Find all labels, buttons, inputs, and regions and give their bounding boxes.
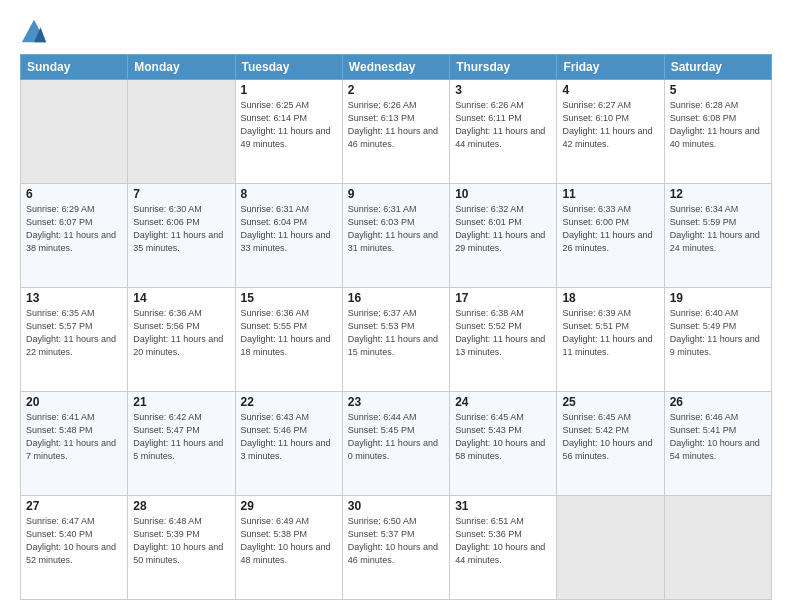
calendar-cell: 19Sunrise: 6:40 AM Sunset: 5:49 PM Dayli… bbox=[664, 288, 771, 392]
day-number: 10 bbox=[455, 187, 551, 201]
day-number: 3 bbox=[455, 83, 551, 97]
calendar-cell: 3Sunrise: 6:26 AM Sunset: 6:11 PM Daylig… bbox=[450, 80, 557, 184]
day-info: Sunrise: 6:27 AM Sunset: 6:10 PM Dayligh… bbox=[562, 99, 658, 151]
day-info: Sunrise: 6:43 AM Sunset: 5:46 PM Dayligh… bbox=[241, 411, 337, 463]
calendar-day-header: Wednesday bbox=[342, 55, 449, 80]
day-info: Sunrise: 6:41 AM Sunset: 5:48 PM Dayligh… bbox=[26, 411, 122, 463]
calendar-table: SundayMondayTuesdayWednesdayThursdayFrid… bbox=[20, 54, 772, 600]
calendar-day-header: Monday bbox=[128, 55, 235, 80]
day-number: 5 bbox=[670, 83, 766, 97]
day-info: Sunrise: 6:48 AM Sunset: 5:39 PM Dayligh… bbox=[133, 515, 229, 567]
day-number: 8 bbox=[241, 187, 337, 201]
calendar-week-row: 1Sunrise: 6:25 AM Sunset: 6:14 PM Daylig… bbox=[21, 80, 772, 184]
calendar-week-row: 27Sunrise: 6:47 AM Sunset: 5:40 PM Dayli… bbox=[21, 496, 772, 600]
calendar-cell: 9Sunrise: 6:31 AM Sunset: 6:03 PM Daylig… bbox=[342, 184, 449, 288]
day-info: Sunrise: 6:31 AM Sunset: 6:03 PM Dayligh… bbox=[348, 203, 444, 255]
calendar-cell: 25Sunrise: 6:45 AM Sunset: 5:42 PM Dayli… bbox=[557, 392, 664, 496]
calendar-cell: 23Sunrise: 6:44 AM Sunset: 5:45 PM Dayli… bbox=[342, 392, 449, 496]
day-number: 11 bbox=[562, 187, 658, 201]
day-info: Sunrise: 6:44 AM Sunset: 5:45 PM Dayligh… bbox=[348, 411, 444, 463]
calendar-day-header: Sunday bbox=[21, 55, 128, 80]
day-number: 28 bbox=[133, 499, 229, 513]
calendar-cell bbox=[664, 496, 771, 600]
calendar-cell: 21Sunrise: 6:42 AM Sunset: 5:47 PM Dayli… bbox=[128, 392, 235, 496]
calendar-cell: 5Sunrise: 6:28 AM Sunset: 6:08 PM Daylig… bbox=[664, 80, 771, 184]
day-info: Sunrise: 6:26 AM Sunset: 6:11 PM Dayligh… bbox=[455, 99, 551, 151]
day-info: Sunrise: 6:47 AM Sunset: 5:40 PM Dayligh… bbox=[26, 515, 122, 567]
day-info: Sunrise: 6:28 AM Sunset: 6:08 PM Dayligh… bbox=[670, 99, 766, 151]
day-number: 12 bbox=[670, 187, 766, 201]
day-info: Sunrise: 6:32 AM Sunset: 6:01 PM Dayligh… bbox=[455, 203, 551, 255]
calendar-week-row: 20Sunrise: 6:41 AM Sunset: 5:48 PM Dayli… bbox=[21, 392, 772, 496]
day-number: 14 bbox=[133, 291, 229, 305]
day-number: 15 bbox=[241, 291, 337, 305]
calendar-cell: 1Sunrise: 6:25 AM Sunset: 6:14 PM Daylig… bbox=[235, 80, 342, 184]
calendar-cell: 17Sunrise: 6:38 AM Sunset: 5:52 PM Dayli… bbox=[450, 288, 557, 392]
day-info: Sunrise: 6:34 AM Sunset: 5:59 PM Dayligh… bbox=[670, 203, 766, 255]
calendar-cell: 8Sunrise: 6:31 AM Sunset: 6:04 PM Daylig… bbox=[235, 184, 342, 288]
day-number: 31 bbox=[455, 499, 551, 513]
day-info: Sunrise: 6:25 AM Sunset: 6:14 PM Dayligh… bbox=[241, 99, 337, 151]
day-info: Sunrise: 6:49 AM Sunset: 5:38 PM Dayligh… bbox=[241, 515, 337, 567]
day-info: Sunrise: 6:38 AM Sunset: 5:52 PM Dayligh… bbox=[455, 307, 551, 359]
day-number: 9 bbox=[348, 187, 444, 201]
calendar-cell: 29Sunrise: 6:49 AM Sunset: 5:38 PM Dayli… bbox=[235, 496, 342, 600]
calendar-cell: 2Sunrise: 6:26 AM Sunset: 6:13 PM Daylig… bbox=[342, 80, 449, 184]
logo-icon bbox=[20, 18, 48, 46]
day-number: 16 bbox=[348, 291, 444, 305]
calendar-day-header: Friday bbox=[557, 55, 664, 80]
calendar-cell: 4Sunrise: 6:27 AM Sunset: 6:10 PM Daylig… bbox=[557, 80, 664, 184]
day-number: 6 bbox=[26, 187, 122, 201]
calendar-cell: 28Sunrise: 6:48 AM Sunset: 5:39 PM Dayli… bbox=[128, 496, 235, 600]
calendar-cell: 24Sunrise: 6:45 AM Sunset: 5:43 PM Dayli… bbox=[450, 392, 557, 496]
day-info: Sunrise: 6:30 AM Sunset: 6:06 PM Dayligh… bbox=[133, 203, 229, 255]
calendar-cell: 26Sunrise: 6:46 AM Sunset: 5:41 PM Dayli… bbox=[664, 392, 771, 496]
calendar-cell: 20Sunrise: 6:41 AM Sunset: 5:48 PM Dayli… bbox=[21, 392, 128, 496]
day-number: 19 bbox=[670, 291, 766, 305]
calendar-cell: 6Sunrise: 6:29 AM Sunset: 6:07 PM Daylig… bbox=[21, 184, 128, 288]
day-info: Sunrise: 6:31 AM Sunset: 6:04 PM Dayligh… bbox=[241, 203, 337, 255]
calendar-cell: 31Sunrise: 6:51 AM Sunset: 5:36 PM Dayli… bbox=[450, 496, 557, 600]
day-info: Sunrise: 6:40 AM Sunset: 5:49 PM Dayligh… bbox=[670, 307, 766, 359]
calendar-cell: 13Sunrise: 6:35 AM Sunset: 5:57 PM Dayli… bbox=[21, 288, 128, 392]
day-number: 1 bbox=[241, 83, 337, 97]
calendar-cell: 10Sunrise: 6:32 AM Sunset: 6:01 PM Dayli… bbox=[450, 184, 557, 288]
page: SundayMondayTuesdayWednesdayThursdayFrid… bbox=[0, 0, 792, 612]
day-info: Sunrise: 6:45 AM Sunset: 5:43 PM Dayligh… bbox=[455, 411, 551, 463]
day-number: 29 bbox=[241, 499, 337, 513]
day-info: Sunrise: 6:33 AM Sunset: 6:00 PM Dayligh… bbox=[562, 203, 658, 255]
day-number: 20 bbox=[26, 395, 122, 409]
calendar-cell: 18Sunrise: 6:39 AM Sunset: 5:51 PM Dayli… bbox=[557, 288, 664, 392]
calendar-cell bbox=[128, 80, 235, 184]
header bbox=[20, 18, 772, 46]
day-info: Sunrise: 6:45 AM Sunset: 5:42 PM Dayligh… bbox=[562, 411, 658, 463]
calendar-cell: 27Sunrise: 6:47 AM Sunset: 5:40 PM Dayli… bbox=[21, 496, 128, 600]
calendar-day-header: Thursday bbox=[450, 55, 557, 80]
day-number: 24 bbox=[455, 395, 551, 409]
day-info: Sunrise: 6:35 AM Sunset: 5:57 PM Dayligh… bbox=[26, 307, 122, 359]
calendar-cell: 30Sunrise: 6:50 AM Sunset: 5:37 PM Dayli… bbox=[342, 496, 449, 600]
day-info: Sunrise: 6:42 AM Sunset: 5:47 PM Dayligh… bbox=[133, 411, 229, 463]
day-number: 25 bbox=[562, 395, 658, 409]
day-number: 22 bbox=[241, 395, 337, 409]
day-number: 23 bbox=[348, 395, 444, 409]
calendar-cell bbox=[21, 80, 128, 184]
calendar-cell: 12Sunrise: 6:34 AM Sunset: 5:59 PM Dayli… bbox=[664, 184, 771, 288]
day-number: 27 bbox=[26, 499, 122, 513]
calendar-cell bbox=[557, 496, 664, 600]
day-info: Sunrise: 6:26 AM Sunset: 6:13 PM Dayligh… bbox=[348, 99, 444, 151]
day-number: 30 bbox=[348, 499, 444, 513]
day-number: 17 bbox=[455, 291, 551, 305]
calendar-cell: 15Sunrise: 6:36 AM Sunset: 5:55 PM Dayli… bbox=[235, 288, 342, 392]
day-number: 2 bbox=[348, 83, 444, 97]
day-info: Sunrise: 6:29 AM Sunset: 6:07 PM Dayligh… bbox=[26, 203, 122, 255]
day-info: Sunrise: 6:37 AM Sunset: 5:53 PM Dayligh… bbox=[348, 307, 444, 359]
calendar-day-header: Saturday bbox=[664, 55, 771, 80]
calendar-cell: 7Sunrise: 6:30 AM Sunset: 6:06 PM Daylig… bbox=[128, 184, 235, 288]
calendar-day-header: Tuesday bbox=[235, 55, 342, 80]
calendar-cell: 14Sunrise: 6:36 AM Sunset: 5:56 PM Dayli… bbox=[128, 288, 235, 392]
calendar-header-row: SundayMondayTuesdayWednesdayThursdayFrid… bbox=[21, 55, 772, 80]
calendar-week-row: 6Sunrise: 6:29 AM Sunset: 6:07 PM Daylig… bbox=[21, 184, 772, 288]
calendar-week-row: 13Sunrise: 6:35 AM Sunset: 5:57 PM Dayli… bbox=[21, 288, 772, 392]
day-number: 26 bbox=[670, 395, 766, 409]
